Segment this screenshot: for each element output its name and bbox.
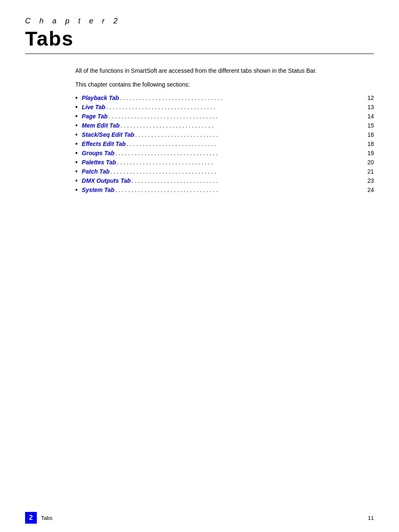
toc-entry: DMX Outputs Tab. . . . . . . . . . . . .… — [82, 177, 374, 184]
toc-item: •Patch Tab . . . . . . . . . . . . . . .… — [75, 168, 374, 175]
toc-bullet: • — [75, 140, 78, 148]
toc-item: •Page Tab. . . . . . . . . . . . . . . .… — [75, 113, 374, 120]
toc-page-number: 20 — [367, 159, 374, 166]
toc-link[interactable]: System Tab — [82, 187, 115, 193]
toc-page-number: 19 — [367, 150, 374, 156]
toc-entry: Live Tab . . . . . . . . . . . . . . . .… — [82, 104, 374, 110]
toc-bullet: • — [75, 94, 78, 102]
toc-item: •Groups Tab. . . . . . . . . . . . . . .… — [75, 149, 374, 157]
toc-page-number: 24 — [367, 187, 374, 193]
toc-bullet: • — [75, 149, 78, 157]
toc-dots: . . . . . . . . . . . . . . . . . . . . … — [117, 159, 367, 166]
toc-entry: Groups Tab. . . . . . . . . . . . . . . … — [82, 150, 374, 156]
toc-link[interactable]: Groups Tab — [82, 150, 115, 156]
toc-dots: . . . . . . . . . . . . . . . . . . . . … — [132, 177, 367, 184]
toc-entry: Page Tab. . . . . . . . . . . . . . . . … — [82, 113, 374, 120]
chapter-title: Tabs — [25, 27, 374, 50]
toc-page-number: 18 — [367, 141, 374, 147]
toc-link[interactable]: Stack/Seq Edit Tab — [82, 131, 135, 138]
toc-link[interactable]: Live Tab — [82, 104, 105, 110]
footer: 2 Tabs 11 — [0, 512, 399, 524]
toc-dots: . . . . . . . . . . . . . . . . . . . . … — [127, 141, 367, 147]
toc-entry: Stack/Seq Edit Tab. . . . . . . . . . . … — [82, 131, 374, 138]
toc-bullet: • — [75, 122, 78, 129]
intro-paragraph-2: This chapter contains the following sect… — [75, 80, 343, 89]
toc-dots: . . . . . . . . . . . . . . . . . . . . … — [120, 122, 366, 129]
toc-page-number: 23 — [367, 177, 374, 184]
toc-dots: . . . . . . . . . . . . . . . . . . . . … — [115, 150, 367, 156]
toc-page-number: 13 — [367, 104, 374, 110]
toc-dots: . . . . . . . . . . . . . . . . . . . . … — [106, 104, 367, 110]
footer-section-name: Tabs — [41, 515, 52, 521]
toc-entry: Playback Tab . . . . . . . . . . . . . .… — [82, 95, 374, 101]
toc-item: •Live Tab . . . . . . . . . . . . . . . … — [75, 103, 374, 111]
toc-item: •DMX Outputs Tab. . . . . . . . . . . . … — [75, 177, 374, 184]
toc-dots: . . . . . . . . . . . . . . . . . . . . … — [108, 113, 366, 120]
toc-link[interactable]: Patch Tab — [82, 168, 110, 175]
toc-dots: . . . . . . . . . . . . . . . . . . . . … — [115, 187, 367, 193]
toc-dots: . . . . . . . . . . . . . . . . . . . . … — [110, 168, 366, 175]
toc-bullet: • — [75, 103, 78, 111]
toc-item: •Stack/Seq Edit Tab. . . . . . . . . . .… — [75, 131, 374, 138]
chapter-header: C h a p t e r 2 Tabs — [0, 0, 399, 50]
toc-link[interactable]: Mem Edit Tab — [82, 122, 120, 129]
toc-link[interactable]: Page Tab — [82, 113, 108, 120]
toc-bullet: • — [75, 168, 78, 175]
toc-bullet: • — [75, 113, 78, 120]
content-area: All of the functions in SmartSoft are ac… — [0, 62, 399, 212]
toc-dots: . . . . . . . . . . . . . . . . . . . . … — [135, 131, 366, 138]
toc-bullet: • — [75, 177, 78, 184]
footer-chapter-badge: 2 — [25, 512, 37, 524]
chapter-label: C h a p t e r 2 — [25, 17, 374, 26]
toc-link[interactable]: DMX Outputs Tab — [82, 177, 131, 184]
toc-dots: . . . . . . . . . . . . . . . . . . . . … — [120, 95, 367, 101]
toc-page-number: 12 — [367, 95, 374, 101]
page-container: C h a p t e r 2 Tabs All of the function… — [0, 0, 399, 532]
toc-item: •Mem Edit Tab . . . . . . . . . . . . . … — [75, 122, 374, 129]
toc-list: •Playback Tab . . . . . . . . . . . . . … — [75, 94, 374, 194]
header-divider — [25, 54, 374, 54]
toc-link[interactable]: Effects Edit Tab — [82, 141, 126, 147]
toc-link[interactable]: Palettes Tab — [82, 159, 116, 166]
toc-entry: Patch Tab . . . . . . . . . . . . . . . … — [82, 168, 374, 175]
intro-paragraph-1: All of the functions in SmartSoft are ac… — [75, 66, 343, 75]
footer-page-number: 11 — [368, 515, 374, 521]
toc-bullet: • — [75, 159, 78, 166]
toc-item: •Effects Edit Tab . . . . . . . . . . . … — [75, 140, 374, 148]
toc-bullet: • — [75, 131, 78, 138]
toc-link[interactable]: Playback Tab — [82, 95, 119, 101]
toc-item: •Playback Tab . . . . . . . . . . . . . … — [75, 94, 374, 102]
toc-entry: Mem Edit Tab . . . . . . . . . . . . . .… — [82, 122, 374, 129]
toc-page-number: 15 — [367, 122, 374, 129]
toc-entry: Palettes Tab . . . . . . . . . . . . . .… — [82, 159, 374, 166]
toc-page-number: 14 — [367, 113, 374, 120]
toc-item: •System Tab. . . . . . . . . . . . . . .… — [75, 186, 374, 194]
toc-bullet: • — [75, 186, 78, 194]
toc-page-number: 21 — [367, 168, 374, 175]
toc-entry: Effects Edit Tab . . . . . . . . . . . .… — [82, 141, 374, 147]
toc-entry: System Tab. . . . . . . . . . . . . . . … — [82, 187, 374, 193]
toc-item: •Palettes Tab . . . . . . . . . . . . . … — [75, 159, 374, 166]
toc-page-number: 16 — [367, 131, 374, 138]
